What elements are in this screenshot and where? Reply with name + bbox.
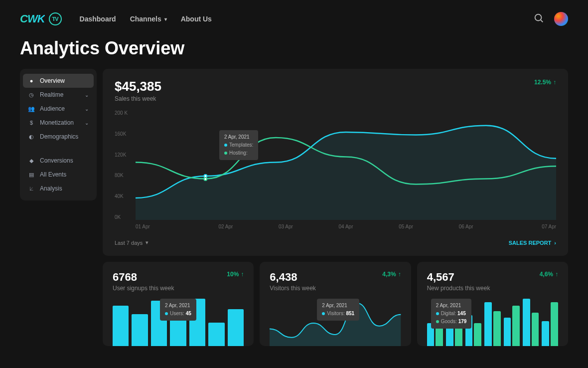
logo[interactable]: CWK TV — [20, 12, 62, 25]
card-trend: 4,6%↑ — [540, 271, 558, 278]
sidebar-icon: ◆ — [28, 158, 35, 164]
card-value: 4,567 — [427, 271, 490, 284]
sidebar-icon: ◷ — [28, 92, 35, 98]
card-subtitle: New products this week — [427, 285, 490, 292]
arrow-up-icon: ↑ — [555, 271, 558, 278]
logo-badge: TV — [49, 12, 62, 25]
sales-subtitle: Sales this week — [115, 95, 161, 102]
svg-point-0 — [535, 14, 542, 21]
arrow-up-icon: ↑ — [553, 79, 556, 86]
sales-card: $45,385 Sales this week 12.5% ↑ 200 K160… — [103, 69, 568, 256]
arrow-up-icon: ↑ — [241, 271, 244, 278]
sales-trend: 12.5% ↑ — [534, 79, 556, 86]
sidebar: ●Overview◷Realtime⌄👥Audience⌄$Monetizati… — [20, 69, 97, 200]
chevron-right-icon: › — [554, 240, 556, 246]
avatar[interactable] — [554, 12, 568, 26]
nav-about[interactable]: About Us — [181, 15, 212, 23]
card-trend: 10%↑ — [227, 271, 244, 278]
nav-dashboard[interactable]: Dashboard — [80, 15, 116, 23]
sales-value: $45,385 — [115, 79, 161, 94]
chevron-down-icon: ▾ — [164, 16, 167, 22]
sidebar-item-monetization[interactable]: $Monetization⌄ — [23, 116, 94, 130]
small-card-2: 4,567 New products this week 4,6%↑ 2 Apr… — [417, 262, 568, 346]
chevron-down-icon: ⌄ — [85, 92, 89, 98]
sidebar-item-demographics[interactable]: ◐Demographics — [23, 130, 94, 144]
card-trend: 4,3%↑ — [382, 271, 401, 278]
sidebar-icon: ⟀ — [28, 185, 35, 191]
sales-report-link[interactable]: SALES REPORT › — [509, 239, 556, 246]
svg-point-3 — [204, 178, 207, 181]
range-selector[interactable]: Last 7 days ▾ — [115, 239, 148, 246]
top-nav: Dashboard Channels▾ About Us — [80, 15, 212, 23]
card-value: 6768 — [113, 271, 174, 284]
sidebar-icon: $ — [28, 120, 35, 126]
chart-tooltip: 2 Apr, 2021 Digital: 145Goods: 179 — [431, 299, 472, 329]
sidebar-icon: ◐ — [28, 134, 35, 140]
arrow-up-icon: ↑ — [398, 271, 401, 278]
mini-chart: 2 Apr, 2021 Visitors: 851 — [270, 299, 401, 346]
sidebar-item-realtime[interactable]: ◷Realtime⌄ — [23, 88, 94, 102]
card-value: 6,438 — [270, 271, 315, 284]
sidebar-icon: 👥 — [28, 106, 35, 112]
logo-text: CWK — [20, 12, 45, 25]
sidebar-icon: ● — [28, 78, 35, 84]
chevron-down-icon: ⌄ — [85, 106, 89, 112]
sidebar-item-all-events[interactable]: ▤All Events — [23, 168, 94, 182]
small-card-0: 6768 User signups this week 10%↑ 2 Apr, … — [103, 262, 254, 346]
sales-chart: 200 K160K120K80K40K0K 2 Apr, 2021 Templa… — [115, 110, 556, 229]
sidebar-icon: ▤ — [28, 172, 35, 178]
small-card-1: 6,438 Visitors this week 4,3%↑ 2 Apr, 20… — [260, 262, 411, 346]
sidebar-item-audience[interactable]: 👥Audience⌄ — [23, 102, 94, 116]
sidebar-item-conversions[interactable]: ◆Conversions — [23, 154, 94, 168]
chevron-down-icon: ▾ — [146, 239, 148, 246]
chart-tooltip: 2 Apr, 2021 Users: 45 — [160, 299, 196, 321]
chart-tooltip: 2 Apr, 2021 Visitors: 851 — [317, 299, 359, 321]
page-title: Analytics Overview — [0, 38, 588, 69]
card-subtitle: User signups this week — [113, 285, 174, 292]
chevron-down-icon: ⌄ — [85, 120, 89, 126]
card-subtitle: Visitors this week — [270, 285, 315, 292]
sidebar-item-overview[interactable]: ●Overview — [23, 74, 94, 88]
svg-line-1 — [541, 20, 543, 22]
mini-chart: 2 Apr, 2021 Digital: 145Goods: 179 — [427, 299, 558, 346]
chart-tooltip: 2 Apr, 2021 Templates: Hosting: — [219, 130, 258, 160]
search-icon[interactable] — [533, 12, 544, 25]
nav-channels[interactable]: Channels▾ — [130, 15, 167, 23]
mini-chart: 2 Apr, 2021 Users: 45 — [113, 299, 244, 346]
sidebar-item-analysis[interactable]: ⟀Analysis — [23, 182, 94, 195]
